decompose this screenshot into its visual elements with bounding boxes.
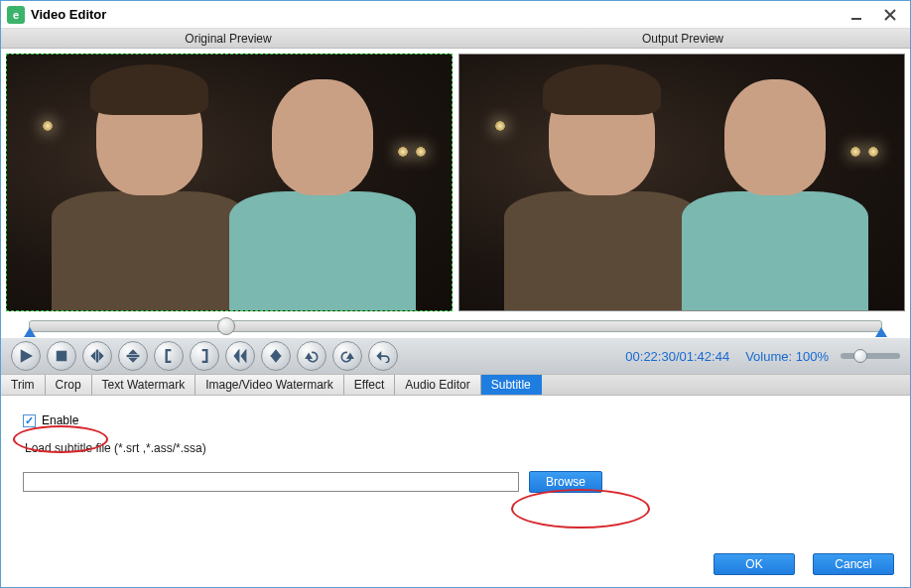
- tab-effect[interactable]: Effect: [344, 375, 395, 395]
- undo-icon: [376, 349, 390, 363]
- timeline-area: [1, 316, 910, 332]
- set-out-button[interactable]: [190, 341, 219, 371]
- svg-rect-1: [57, 351, 65, 360]
- video-frame-placeholder: [459, 55, 904, 310]
- goto-in-icon: [233, 349, 247, 363]
- svg-rect-0: [851, 18, 861, 20]
- editor-tabs: Trim Crop Text Watermark Image/Video Wat…: [1, 374, 910, 396]
- cancel-button[interactable]: Cancel: [813, 553, 894, 575]
- enable-checkbox[interactable]: [23, 414, 36, 427]
- trim-end-marker[interactable]: [875, 327, 887, 337]
- flip-horizontal-button[interactable]: [82, 341, 112, 371]
- flip-vertical-icon: [126, 349, 140, 363]
- volume-label: Volume: 100%: [745, 349, 829, 364]
- original-preview-label: Original Preview: [1, 29, 456, 48]
- flip-horizontal-icon: [90, 349, 104, 363]
- close-button[interactable]: [876, 5, 904, 25]
- timecode-display: 00:22:30/01:42:44: [625, 349, 729, 364]
- rotate-cw-icon: [340, 349, 354, 363]
- cut-icon: [269, 349, 283, 363]
- output-preview[interactable]: [458, 54, 905, 311]
- play-icon: [19, 349, 33, 363]
- dialog-buttons: OK Cancel: [714, 553, 894, 575]
- tab-trim[interactable]: Trim: [1, 375, 46, 395]
- preview-area: [1, 49, 910, 316]
- browse-button[interactable]: Browse: [529, 471, 602, 493]
- bracket-out-icon: [197, 349, 211, 363]
- rotate-ccw-button[interactable]: [297, 341, 326, 371]
- timeline-playhead[interactable]: [217, 317, 235, 335]
- app-icon: e: [7, 6, 25, 24]
- minimize-button[interactable]: [843, 5, 870, 25]
- goto-in-button[interactable]: [225, 341, 255, 371]
- video-frame-placeholder: [7, 55, 452, 310]
- volume-slider[interactable]: [841, 353, 900, 359]
- subtitle-file-input[interactable]: [23, 472, 519, 492]
- stop-button[interactable]: [47, 341, 76, 371]
- stop-icon: [55, 349, 68, 363]
- rotate-ccw-icon: [305, 349, 319, 363]
- preview-header: Original Preview Output Preview: [1, 29, 910, 49]
- cut-button[interactable]: [261, 341, 291, 371]
- ok-button[interactable]: OK: [714, 553, 795, 575]
- tab-text-watermark[interactable]: Text Watermark: [92, 375, 196, 395]
- load-subtitle-label: Load subtitle file (*.srt ,*.ass/*.ssa): [25, 441, 888, 455]
- enable-label: Enable: [42, 413, 78, 427]
- enable-row: Enable: [23, 413, 888, 427]
- bracket-in-icon: [162, 349, 176, 363]
- rotate-cw-button[interactable]: [332, 341, 362, 371]
- original-preview[interactable]: [6, 54, 453, 311]
- volume-thumb[interactable]: [853, 349, 867, 363]
- play-button[interactable]: [11, 341, 41, 371]
- playback-controls: 00:22:30/01:42:44 Volume: 100%: [1, 338, 910, 374]
- video-editor-window: e Video Editor Original Preview Output P…: [0, 0, 911, 588]
- undo-button[interactable]: [368, 341, 398, 371]
- tab-audio-editor[interactable]: Audio Editor: [395, 375, 480, 395]
- tab-crop[interactable]: Crop: [46, 375, 92, 395]
- subtitle-file-row: Browse: [23, 471, 888, 493]
- tab-subtitle[interactable]: Subtitle: [481, 375, 542, 395]
- titlebar: e Video Editor: [1, 1, 910, 29]
- output-preview-label: Output Preview: [456, 29, 910, 48]
- svg-rect-3: [127, 355, 139, 356]
- close-icon: [884, 9, 896, 21]
- timeline-slider[interactable]: [29, 320, 882, 332]
- flip-vertical-button[interactable]: [118, 341, 148, 371]
- minimize-icon: [850, 9, 862, 21]
- svg-rect-2: [96, 350, 97, 362]
- tab-image-video-watermark[interactable]: Image/Video Watermark: [195, 375, 344, 395]
- trim-start-marker[interactable]: [24, 327, 36, 337]
- set-in-button[interactable]: [154, 341, 184, 371]
- window-title: Video Editor: [31, 7, 106, 22]
